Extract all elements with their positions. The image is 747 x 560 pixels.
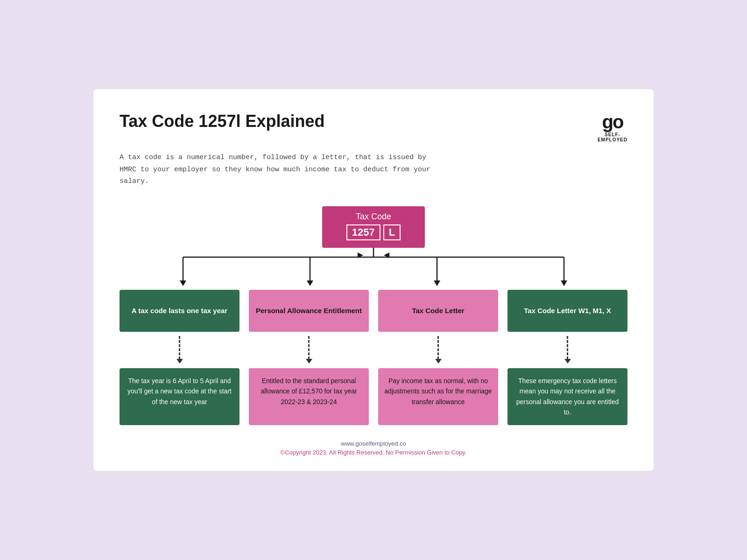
col1-dashed-arrow bbox=[176, 334, 183, 366]
col4-bottom-box: These emergency tax code letters mean yo… bbox=[507, 368, 627, 425]
columns-row: A tax code lasts one tax year The tax ye… bbox=[120, 290, 627, 425]
col1-arrow-head bbox=[176, 359, 183, 364]
main-card: Tax Code 1257l Explained go SELF- EMPLOY… bbox=[93, 89, 654, 470]
col4-dashed-line bbox=[567, 336, 568, 359]
col1-bottom-box: The tax year is 6 April to 5 April and y… bbox=[120, 368, 240, 425]
col3-top-label: Tax Code Letter bbox=[412, 306, 464, 315]
col4-dashed-arrow bbox=[564, 334, 571, 366]
diagram: Tax Code 1257 L bbox=[120, 206, 627, 425]
tax-code-center: Tax Code 1257 L bbox=[322, 206, 425, 248]
footer: www.goselfemployed.co ©Copyright 2023. A… bbox=[120, 440, 627, 456]
column-2: Personal Allowance Entitlement Entitled … bbox=[249, 290, 369, 425]
col1-dashed-line bbox=[179, 336, 180, 359]
col1-bottom-text: The tax year is 6 April to 5 April and y… bbox=[127, 377, 232, 406]
tax-code-box: Tax Code 1257 L bbox=[322, 206, 425, 248]
column-3: Tax Code Letter Pay income tax as normal… bbox=[378, 290, 498, 425]
svg-marker-5 bbox=[307, 280, 313, 286]
svg-marker-9 bbox=[561, 280, 567, 286]
tax-code-label: Tax Code bbox=[337, 212, 410, 222]
column-1: A tax code lasts one tax year The tax ye… bbox=[120, 290, 240, 425]
col2-top-label: Personal Allowance Entitlement bbox=[256, 306, 362, 315]
col3-dashed-line bbox=[437, 336, 439, 359]
svg-marker-7 bbox=[434, 280, 440, 286]
col2-bottom-box: Entitled to the standard personal allowa… bbox=[249, 368, 369, 425]
page-title: Tax Code 1257l Explained bbox=[120, 112, 325, 131]
col4-arrow-head bbox=[564, 359, 571, 364]
col3-top-box: Tax Code Letter bbox=[378, 290, 498, 332]
col3-bottom-text: Pay income tax as normal, with no adjust… bbox=[384, 377, 492, 406]
col4-top-box: Tax Code Letter W1, M1, X bbox=[507, 290, 627, 332]
column-4: Tax Code Letter W1, M1, X These emergenc… bbox=[507, 290, 627, 425]
header-row: Tax Code 1257l Explained go SELF- EMPLOY… bbox=[120, 112, 627, 142]
col2-dashed-line bbox=[308, 336, 310, 359]
footer-url: www.goselfemployed.co bbox=[120, 440, 627, 447]
col2-top-box: Personal Allowance Entitlement bbox=[249, 290, 369, 332]
svg-marker-3 bbox=[180, 280, 186, 286]
col2-bottom-text: Entitled to the standard personal allowa… bbox=[261, 377, 357, 406]
logo-sub1: SELF- bbox=[598, 132, 627, 137]
logo: go SELF- EMPLOYED bbox=[598, 112, 627, 142]
col4-top-label: Tax Code Letter W1, M1, X bbox=[524, 306, 611, 315]
intro-text: A tax code is a numerical number, follow… bbox=[120, 152, 437, 188]
connector-area bbox=[120, 248, 627, 290]
col3-arrow-head bbox=[435, 359, 442, 364]
footer-copyright: ©Copyright 2023. All Rights Reserved. No… bbox=[120, 449, 627, 456]
connector-svg bbox=[120, 248, 627, 290]
tax-code-letter: L bbox=[383, 224, 401, 240]
col1-top-label: A tax code lasts one tax year bbox=[132, 306, 227, 315]
tax-code-numbers: 1257 L bbox=[337, 224, 410, 240]
logo-go: go bbox=[598, 112, 627, 132]
col2-arrow-head bbox=[306, 359, 312, 364]
logo-sub2: EMPLOYED bbox=[598, 137, 627, 142]
col4-bottom-text: These emergency tax code letters mean yo… bbox=[516, 377, 619, 416]
col1-top-box: A tax code lasts one tax year bbox=[120, 290, 240, 332]
col3-dashed-arrow bbox=[435, 334, 442, 366]
col2-dashed-arrow bbox=[306, 334, 312, 366]
tax-code-number: 1257 bbox=[346, 224, 381, 240]
col3-bottom-box: Pay income tax as normal, with no adjust… bbox=[378, 368, 498, 425]
